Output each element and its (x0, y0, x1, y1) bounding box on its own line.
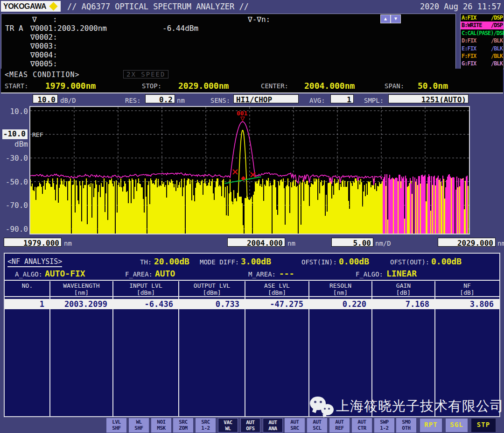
table-row[interactable]: 12003.2099-6.4360.733-47.2750.2207.1683.… (5, 299, 499, 309)
table-cell: 3.806 (435, 299, 499, 309)
trace-status-name: B:WRITE (462, 21, 482, 29)
page-title: // AQ6377 OPTICAL SPECTRUM ANALYZER // (67, 2, 249, 11)
marker-id[interactable]: ∇0004: (30, 50, 57, 59)
mode-diff-value[interactable]: 3.00dB (241, 256, 271, 266)
m-area-value[interactable]: --- (279, 269, 294, 278)
marker-col-colon: : (53, 15, 57, 24)
ofst-in-value[interactable]: 0.00dB (339, 256, 369, 266)
scroll-up-button[interactable]: ▲ (380, 14, 391, 23)
meas-condition-bar: <MEAS CONDITION> 2X SPEED START: 1979.00… (1, 69, 503, 93)
center-value[interactable]: 2004.000nm (304, 81, 355, 91)
table-cell: 0.733 (179, 299, 245, 309)
yokogawa-logo: YOKOGAWA (1, 1, 61, 12)
trace-status-mode: /DSP (491, 14, 503, 21)
f-algo-value[interactable]: LINEAR (386, 269, 417, 278)
spectrum-plot[interactable]: 001REF (29, 106, 470, 234)
table-cell: 2003.2099 (50, 299, 113, 309)
start-value[interactable]: 1979.000nm (45, 81, 96, 91)
table-cell: -6.436 (113, 299, 179, 309)
m-area-label: M_AREA: (248, 270, 276, 278)
res-unit: nm (177, 97, 185, 104)
trace-status-mode: /BLK (491, 45, 503, 52)
marker-diff-label: ∇-∇n: (248, 15, 270, 24)
stop-value[interactable]: 2029.000nm (178, 81, 229, 91)
table-cell: 0.220 (309, 299, 372, 309)
avg-field[interactable]: 1 (330, 94, 354, 103)
trace-status-row[interactable]: G:FIX/BLK (461, 60, 504, 67)
softkey-lvl-shf[interactable]: LVLSHF (106, 418, 126, 433)
ofst-out-value[interactable]: 0.00dB (431, 256, 462, 266)
softkey-wl-shf[interactable]: WLSHF (129, 418, 149, 433)
a-algo-value[interactable]: AUTO-FIX (45, 269, 85, 278)
peak-marker-label: 001 (237, 110, 248, 117)
softkey-aut-ana[interactable]: AUTANA (263, 418, 283, 433)
softkey-aut-ref[interactable]: AUTREF (329, 418, 350, 433)
trace-status-row[interactable]: A:FIX/DSP (461, 14, 504, 21)
watermark: 上海筱晓光子技术有限公司 (309, 395, 504, 418)
trace-status-mode: /DSP (491, 21, 503, 29)
th-label: TH: (140, 258, 152, 266)
softkey-sgl[interactable]: SGL (446, 419, 468, 432)
trace-status-name: F:FIX (462, 52, 476, 60)
wechat-icon (309, 395, 336, 418)
softkey-aut-src[interactable]: AUTSRC (285, 418, 305, 433)
table-cell: 1 (5, 299, 50, 309)
axis-stop-field[interactable]: 2029.000 (438, 238, 496, 247)
trace-status-row[interactable]: E:FIX/BLK (461, 45, 504, 52)
nf-separator (5, 280, 499, 281)
softkey-src-1-2[interactable]: SRC1-2 (196, 418, 216, 433)
meas-title: <MEAS CONDITION> (5, 71, 80, 79)
marker-row: ∇0002: (1, 33, 455, 42)
trace-status-row[interactable]: D:FIX/BLK (461, 37, 504, 44)
softkey-stp[interactable]: STP (471, 419, 496, 432)
softkey-aut-ctr[interactable]: AUTCTR (352, 418, 372, 433)
avg-label: AVG: (309, 97, 325, 104)
axis-center-unit: nm (287, 240, 295, 247)
marker-id[interactable]: ∇0001: (30, 24, 57, 33)
f-area-label: F_AREA: (125, 270, 153, 278)
trace-status-mode: /DSP (493, 29, 504, 37)
y-unit-label: dBm (2, 140, 28, 149)
marker-level: -6.44dBm (162, 24, 198, 33)
brand-name: YOKOGAWA (3, 2, 46, 11)
marker-id[interactable]: ∇0003: (30, 42, 57, 50)
trace-status-name: C:CAL(PASE) (462, 29, 493, 37)
start-label: START: (5, 82, 28, 90)
mode-diff-label: MODE DIFF: (200, 258, 239, 266)
table-header-cell: INPUT LVL[dBm] (113, 282, 179, 296)
f-area-value[interactable]: AUTO (155, 269, 175, 278)
trace-status-row[interactable]: B:WRITE/DSP (461, 21, 504, 29)
marker-id[interactable]: ∇0005: (30, 59, 57, 68)
level-scale-field[interactable]: 10.0 (33, 94, 58, 103)
softkey-smo-oth[interactable]: SMOOTH (396, 418, 416, 433)
softkey-aut-scl[interactable]: AUTSCL (307, 418, 327, 433)
ref-level-box[interactable]: -10.0 (2, 129, 28, 139)
y-label-m50: -50.0 (2, 177, 28, 186)
sens-field[interactable]: HI1/CHOP (233, 94, 299, 103)
span-value[interactable]: 50.0nm (418, 81, 448, 91)
axis-scale-field[interactable]: 5.00 (331, 238, 373, 247)
axis-center-field[interactable]: 2004.000 (227, 238, 285, 247)
softkey-aut-ofs[interactable]: AUTOFS (240, 418, 260, 433)
th-value[interactable]: 20.00dB (154, 256, 189, 266)
table-header-cell: WAVELENGTH[nm] (50, 282, 113, 296)
softkey-src-zom[interactable]: SRCZOM (173, 418, 193, 433)
diamond-icon (49, 2, 57, 10)
softkey-swp-1-2[interactable]: SWP1-2 (374, 418, 394, 433)
table-header-cell: RESOLN[nm] (309, 282, 372, 296)
scroll-down-button[interactable]: ▼ (391, 14, 401, 23)
trace-status-mode: /BLK (491, 52, 503, 60)
softkey-vac-wl[interactable]: VACWL (218, 418, 238, 433)
trace-status-row[interactable]: C:CAL(PASE)/DSP (461, 29, 504, 37)
smpl-field[interactable]: 1251(AUTO) (388, 94, 469, 103)
table-header-cell: OUTPUT LVL[dBm] (179, 282, 245, 296)
axis-start-unit: nm (64, 240, 72, 247)
axis-start-field[interactable]: 1979.000 (4, 238, 62, 247)
x-axis-row: 1979.000 nm 2004.000 nm 5.00 nm/D 2029.0… (0, 236, 504, 250)
softkey-rpt[interactable]: RPT (420, 419, 442, 432)
res-field[interactable]: 0.2 (145, 94, 175, 103)
trace-status-row[interactable]: F:FIX/BLK (461, 52, 504, 60)
marker-id[interactable]: ∇0002: (30, 33, 57, 42)
softkey-noi-msk[interactable]: NOIMSK (151, 418, 171, 433)
table-header-cell: NO. (5, 282, 50, 289)
